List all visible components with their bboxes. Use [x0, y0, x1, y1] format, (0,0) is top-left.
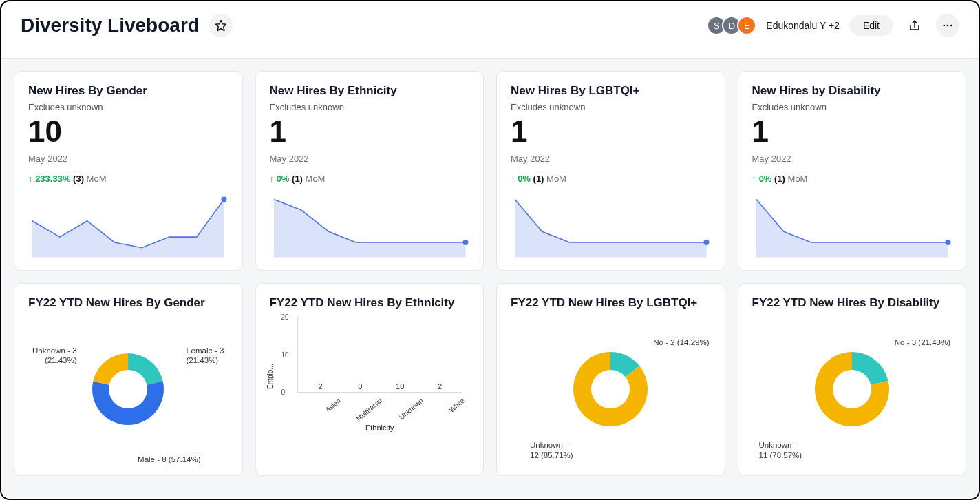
share-button[interactable] [903, 14, 926, 37]
avatar: E [737, 16, 756, 35]
card-subtitle: Excludes unknown [511, 102, 711, 112]
donut-label-male: Male - 8 (57.14%) [138, 455, 200, 464]
card-title: New Hires By Gender [28, 84, 228, 98]
svg-point-7 [945, 240, 950, 245]
kpi-date: May 2022 [270, 154, 470, 164]
bar-value-label: 2 [318, 382, 322, 390]
donut-chart: Female - 3(21.43%) Male - 8 (57.14%) Unk… [28, 310, 228, 468]
y-tick: 10 [281, 351, 289, 358]
arrow-up-icon: ↑ [28, 174, 35, 184]
chart-card-lgbtqi[interactable]: FY22 YTD New Hires By LGBTQI+ No - 2 (14… [496, 283, 725, 476]
arrow-up-icon: ↑ [752, 174, 759, 184]
card-title: New Hires By LGBTQI+ [511, 84, 711, 98]
kpi-delta-label: MoM [546, 174, 566, 184]
favorite-button[interactable] [209, 14, 233, 37]
share-icon [908, 19, 921, 32]
shared-with-label: Edukondalu Y +2 [766, 20, 840, 31]
more-button[interactable] [936, 14, 959, 37]
card-title: New Hires by Disability [752, 84, 952, 98]
kpi-card-disability[interactable]: New Hires by Disability Excludes unknown… [738, 71, 967, 271]
bar-value-label: 10 [396, 382, 404, 390]
bar-value-label: 0 [358, 382, 362, 390]
chart-card-ethnicity[interactable]: FY22 YTD New Hires By Ethnicity Emplo...… [255, 283, 484, 476]
bar-column: 2 [420, 382, 459, 392]
donut-chart: No - 2 (14.29%) Unknown -12 (85.71%) [511, 310, 711, 468]
kpi-delta-prev: (1) [292, 174, 303, 184]
kpi-card-ethnicity[interactable]: New Hires By Ethnicity Excludes unknown … [255, 71, 484, 271]
bar-column: 10 [381, 382, 419, 392]
svg-point-5 [462, 240, 468, 245]
sparkline [752, 189, 952, 263]
sparkline [511, 189, 711, 263]
kpi-delta-label: MoM [788, 174, 808, 184]
liveboard-grid: New Hires By Gender Excludes unknown 10 … [1, 59, 979, 498]
kpi-delta: ↑ 233.33% (3) MoM [28, 174, 228, 184]
x-tick-label: Unknown [390, 397, 425, 427]
chart-card-gender[interactable]: FY22 YTD New Hires By Gender Female - 3(… [14, 283, 243, 476]
kpi-delta-pct: 0% [277, 174, 290, 184]
x-tick-labels: AsianMultiracialUnknownWhite [297, 397, 463, 404]
edit-button[interactable]: Edit [849, 15, 893, 36]
donut-label-no: No - 3 (21.43%) [895, 337, 950, 347]
kpi-delta: ↑ 0% (1) MoM [752, 174, 952, 184]
x-tick-label: White [432, 397, 466, 427]
bar-column: 0 [341, 382, 379, 392]
y-tick: 20 [281, 313, 289, 321]
bar-chart: Emplo... 0 10 20 20102 AsianMultiracialU… [270, 310, 470, 468]
bar-column: 2 [301, 382, 339, 392]
kpi-delta: ↑ 0% (1) MoM [270, 174, 470, 184]
card-title: FY22 YTD New Hires By Gender [28, 296, 228, 310]
avatar-stack[interactable]: S D E [707, 16, 756, 35]
svg-point-3 [950, 25, 952, 27]
kpi-delta-prev: (1) [533, 174, 544, 184]
header: Diversity Liveboard S D E Edukondalu Y +… [1, 1, 979, 59]
donut-chart: No - 3 (21.43%) Unknown -11 (78.57%) [752, 310, 952, 468]
kpi-date: May 2022 [28, 154, 228, 164]
bar-value-label: 2 [438, 382, 442, 390]
y-tick: 0 [281, 388, 286, 396]
kpi-delta-label: MoM [87, 174, 107, 184]
kpi-value: 1 [511, 116, 711, 147]
kpi-date: May 2022 [511, 154, 711, 164]
kpi-value: 1 [270, 116, 470, 147]
svg-marker-0 [215, 21, 226, 31]
svg-point-6 [703, 240, 709, 245]
svg-point-4 [221, 196, 226, 202]
donut-label-no: No - 2 (14.29%) [653, 337, 709, 347]
kpi-card-gender[interactable]: New Hires By Gender Excludes unknown 10 … [14, 71, 243, 271]
card-title: FY22 YTD New Hires By Ethnicity [270, 296, 470, 310]
chart-card-disability[interactable]: FY22 YTD New Hires By Disability No - 3 … [738, 283, 967, 476]
donut-label-unknown: Unknown - 3(21.43%) [32, 346, 77, 366]
donut-label-unknown: Unknown -11 (78.57%) [759, 440, 802, 460]
x-tick-label: Asian [308, 397, 342, 427]
title-group: Diversity Liveboard [21, 14, 233, 37]
arrow-up-icon: ↑ [511, 174, 518, 184]
x-tick-label: Multiracial [349, 397, 383, 427]
kpi-delta-label: MoM [306, 174, 326, 184]
donut-label-female: Female - 3(21.43%) [187, 346, 224, 366]
kpi-card-lgbtqi[interactable]: New Hires By LGBTQI+ Excludes unknown 1 … [496, 71, 725, 271]
kpi-delta-pct: 0% [759, 174, 772, 184]
kpi-delta: ↑ 0% (1) MoM [511, 174, 711, 184]
kpi-delta-pct: 0% [518, 174, 531, 184]
kpi-delta-pct: 233.33% [35, 174, 70, 184]
kpi-delta-prev: (3) [73, 174, 84, 184]
card-title: FY22 YTD New Hires By Disability [752, 296, 952, 310]
svg-point-1 [943, 25, 945, 27]
kpi-value: 1 [752, 116, 952, 147]
header-right: S D E Edukondalu Y +2 Edit [707, 14, 959, 37]
svg-point-2 [947, 25, 949, 27]
card-title: FY22 YTD New Hires By LGBTQI+ [511, 296, 711, 310]
sparkline [270, 189, 470, 263]
kpi-value: 10 [28, 116, 228, 147]
star-icon [215, 19, 227, 32]
card-subtitle: Excludes unknown [270, 102, 470, 112]
kpi-date: May 2022 [752, 154, 952, 164]
y-axis-label: Emplo... [266, 364, 273, 389]
card-title: New Hires By Ethnicity [270, 84, 470, 98]
sparkline [28, 189, 228, 263]
kpi-delta-prev: (1) [774, 174, 785, 184]
card-subtitle: Excludes unknown [28, 102, 228, 112]
ellipsis-icon [941, 19, 954, 32]
arrow-up-icon: ↑ [270, 174, 277, 184]
